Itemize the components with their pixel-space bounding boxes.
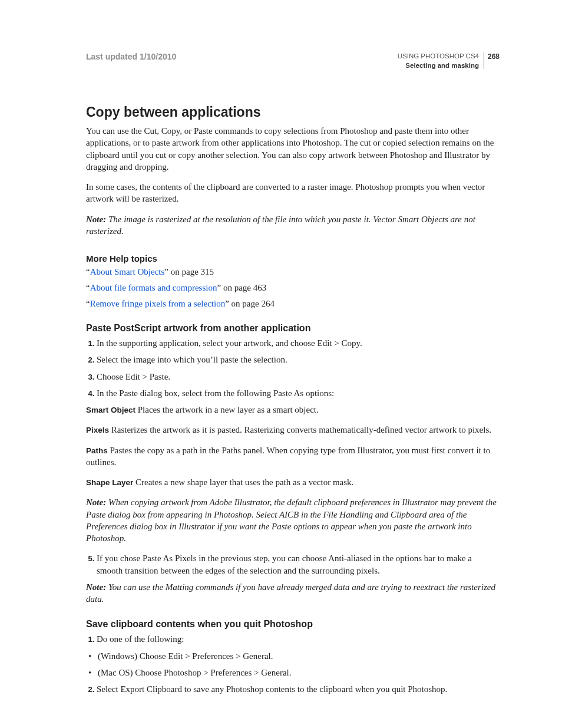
subsection-save-clipboard-heading: Save clipboard contents when you quit Ph…	[86, 619, 500, 630]
def-paths: Paths Pastes the copy as a path in the P…	[86, 444, 500, 469]
ref-line-3: “Remove fringe pixels from a selection” …	[86, 299, 500, 309]
steps-list-1: In the supporting application, select yo…	[86, 337, 500, 399]
bullet-list-platforms: (Windows) Choose Edit > Preferences > Ge…	[86, 650, 500, 679]
def-shape-layer-text: Creates a new shape layer that uses the …	[133, 477, 353, 487]
term-paths: Paths	[86, 446, 108, 455]
def-paths-text: Pastes the copy as a path in the Paths p…	[86, 446, 490, 467]
more-help-heading: More Help topics	[86, 253, 500, 263]
def-smart-object: Smart Object Places the artwork in a new…	[86, 404, 500, 416]
note-label: Note:	[86, 215, 106, 224]
ref-line-2: “About file formats and compression” on …	[86, 283, 500, 293]
link-about-file-formats[interactable]: About file formats and compression	[90, 283, 217, 292]
note-2-text: When copying artwork from Adobe Illustra…	[86, 498, 497, 543]
link-about-smart-objects[interactable]: About Smart Objects	[90, 267, 165, 276]
ref-2-post: ” on page 463	[217, 283, 266, 292]
intro-paragraph-1: You can use the Cut, Copy, or Paste comm…	[86, 125, 500, 173]
note-2: Note: When copying artwork from Adobe Il…	[86, 496, 500, 544]
ref-line-1: “About Smart Objects” on page 315	[86, 267, 500, 277]
section-title: Selecting and masking	[398, 61, 479, 71]
page-number: 268	[484, 52, 500, 69]
step-5: If you chose Paste As Pixels in the prev…	[97, 552, 500, 577]
step2-2: Select Export Clipboard to save any Phot…	[97, 683, 500, 695]
step2-1: Do one of the following:	[97, 633, 500, 645]
product-title: USING PHOTOSHOP CS4	[398, 52, 479, 61]
bullet-windows: (Windows) Choose Edit > Preferences > Ge…	[97, 650, 500, 662]
ref-3-post: ” on page 264	[225, 299, 275, 308]
step-3: Choose Edit > Paste.	[97, 371, 500, 383]
step-4: In the Paste dialog box, select from the…	[97, 387, 500, 399]
term-shape-layer: Shape Layer	[86, 478, 133, 487]
header-right: USING PHOTOSHOP CS4 Selecting and maskin…	[398, 52, 500, 70]
quote-open: “	[86, 267, 90, 276]
def-pixels: Pixels Rasterizes the artwork as it is p…	[86, 424, 500, 436]
link-remove-fringe[interactable]: Remove fringe pixels from a selection	[90, 299, 226, 308]
quote-open: “	[86, 283, 90, 292]
last-updated-text: Last updated 1/10/2010	[86, 52, 176, 61]
term-pixels: Pixels	[86, 426, 109, 434]
term-smart-object: Smart Object	[86, 406, 135, 414]
note-3: Note: You can use the Matting commands i…	[86, 581, 500, 605]
step-1: In the supporting application, select yo…	[97, 337, 500, 349]
main-heading: Copy between applications	[86, 104, 500, 120]
steps-list-2: Do one of the following:	[86, 633, 500, 645]
document-page: Last updated 1/10/2010 USING PHOTOSHOP C…	[0, 0, 562, 728]
steps-list-1-continued: If you chose Paste As Pixels in the prev…	[86, 552, 500, 577]
page-header: Last updated 1/10/2010 USING PHOTOSHOP C…	[86, 52, 500, 70]
quote-open: “	[86, 299, 90, 308]
note-3-text: You can use the Matting commands if you …	[86, 582, 495, 604]
def-pixels-text: Rasterizes the artwork as it is pasted. …	[109, 425, 491, 434]
header-titles: USING PHOTOSHOP CS4 Selecting and maskin…	[398, 52, 479, 70]
ref-1-post: ” on page 315	[164, 267, 214, 276]
steps-list-2-continued: Select Export Clipboard to save any Phot…	[86, 683, 500, 695]
intro-paragraph-2: In some cases, the contents of the clipb…	[86, 181, 500, 205]
def-smart-object-text: Places the artwork in a new layer as a s…	[135, 405, 319, 414]
step-2: Select the image into which you’ll paste…	[97, 354, 500, 365]
def-shape-layer: Shape Layer Creates a new shape layer th…	[86, 476, 500, 488]
note-label: Note:	[86, 498, 106, 507]
note-1-text: The image is rasterized at the resolutio…	[86, 215, 475, 236]
note-1: Note: The image is rasterized at the res…	[86, 213, 500, 238]
bullet-macos: (Mac OS) Choose Photoshop > Preferences …	[97, 667, 500, 678]
subsection-paste-postscript-heading: Paste PostScript artwork from another ap…	[86, 323, 500, 334]
note-label: Note:	[86, 582, 106, 592]
